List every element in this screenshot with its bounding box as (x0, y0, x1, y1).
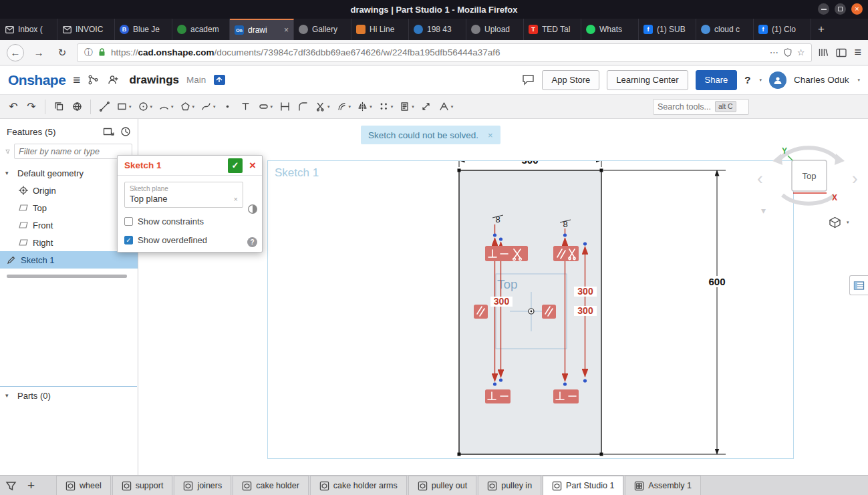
constraint-flag-perpendicular-horizontal-delete[interactable] (485, 246, 528, 261)
dialog-help-icon[interactable]: ? (247, 237, 257, 247)
circle-tool[interactable]: ▾ (136, 98, 155, 116)
tab-filter-icon[interactable] (5, 481, 17, 491)
document-status-icon[interactable] (213, 74, 226, 86)
document-menu-icon[interactable]: ≡ (73, 73, 80, 88)
rotate-left-icon[interactable]: ‹ (757, 168, 763, 188)
view-cube[interactable]: ‹ › Top Y X ▾ (752, 127, 865, 218)
constraint-flag-parallel-delete[interactable] (553, 246, 579, 261)
view-options-caret-icon[interactable]: ▾ (761, 205, 766, 216)
tab-inbox[interactable]: Inbox ( (0, 19, 57, 40)
tab-assembly-1[interactable]: Assembly 1 (625, 476, 701, 495)
insert-new-tab-button[interactable]: + (27, 478, 35, 493)
tab-blue-jeans[interactable]: B Blue Je (115, 19, 172, 40)
dimension-tool[interactable] (277, 98, 293, 116)
offset-tool[interactable]: ▾ (334, 98, 353, 116)
pocket-shield-icon[interactable] (784, 48, 792, 57)
conflict-badge-label[interactable]: 8 (563, 219, 567, 229)
url-bar[interactable]: ⓘ https://cad.onshape.com/documents/7398… (77, 43, 812, 62)
pattern-tool[interactable]: ▾ (376, 98, 396, 116)
polygon-tool-caret-icon[interactable]: ▾ (192, 104, 195, 110)
comments-icon[interactable] (522, 74, 535, 86)
share-button[interactable]: Share (696, 70, 738, 90)
hamburger-menu-icon[interactable]: ≡ (854, 45, 861, 59)
back-button[interactable]: ← (7, 44, 24, 61)
filter-funnel-icon[interactable] (5, 147, 10, 156)
rectangle-tool[interactable]: ▾ (114, 98, 134, 116)
measure-tool[interactable]: ▾ (436, 98, 456, 116)
tab-support[interactable]: support (112, 476, 173, 495)
circle-tool-caret-icon[interactable]: ▾ (150, 104, 153, 110)
line-tool[interactable] (96, 98, 112, 116)
parts-group-header[interactable]: ▾ Parts (0) (0, 387, 137, 404)
constraint-flag-perpendicular-horizontal[interactable] (553, 389, 579, 403)
help-button[interactable]: ? (744, 74, 750, 86)
forward-button[interactable]: → (30, 44, 47, 61)
warning-close-icon[interactable]: × (488, 130, 493, 140)
arc-tool[interactable]: ▾ (156, 98, 176, 116)
minimize-button[interactable] (818, 3, 829, 15)
copy-tool[interactable] (51, 98, 67, 116)
import-image-tool[interactable] (69, 98, 85, 116)
dialog-accept-button[interactable]: ✓ (228, 158, 243, 173)
show-overdefined-checkbox[interactable]: ✓ (124, 236, 133, 244)
tab-pulley-in[interactable]: pulley in (478, 476, 541, 495)
dimensions-panel-toggle[interactable] (849, 275, 868, 295)
expander-icon[interactable]: ▾ (5, 392, 13, 399)
avatar[interactable] (769, 71, 786, 89)
conflict-badge-label[interactable]: 8 (495, 214, 500, 224)
versions-icon[interactable] (88, 74, 100, 86)
refresh-button[interactable]: ↻ (53, 44, 71, 61)
width-dimension[interactable]: 300 (459, 161, 601, 167)
history-icon[interactable] (120, 126, 131, 137)
tab-invoice[interactable]: INVOIC (57, 19, 115, 40)
tab-gallery[interactable]: Gallery (294, 19, 351, 40)
view-cube-face-label[interactable]: Top (803, 171, 817, 181)
bookmark-star-icon[interactable]: ☆ (797, 47, 805, 57)
trim-tool[interactable]: ▾ (313, 98, 332, 116)
tab-wheel[interactable]: wheel (56, 476, 111, 495)
spline-tool[interactable]: ▾ (198, 98, 218, 116)
plane-selector-icon[interactable] (247, 204, 258, 217)
close-button[interactable]: × (851, 3, 863, 15)
origin-point[interactable] (529, 309, 534, 314)
tab-cake-holder[interactable]: cake holder (233, 476, 309, 495)
rotate-right-icon[interactable]: › (852, 168, 858, 188)
page-actions-icon[interactable]: ⋯ (770, 47, 778, 57)
user-menu[interactable]: Charles Oduk (794, 75, 849, 85)
collaborators-icon[interactable] (107, 74, 119, 86)
expander-icon[interactable]: ▾ (5, 170, 13, 176)
feature-filter-input[interactable] (14, 144, 132, 159)
new-browser-tab-button[interactable]: + (811, 19, 831, 40)
text-tool[interactable] (238, 98, 254, 116)
spline-tool-caret-icon[interactable]: ▾ (213, 104, 216, 110)
show-overdefined-row[interactable]: ✓ Show overdefined (124, 235, 255, 245)
height-dimension-label[interactable]: 600 (708, 276, 725, 287)
overdefined-dim-label[interactable]: 300 (577, 286, 593, 297)
constraint-flag-parallel[interactable] (474, 305, 488, 319)
constraint-flag-perpendicular-horizontal[interactable] (485, 389, 511, 403)
insert-feature-icon[interactable] (103, 127, 114, 137)
panel-scrollbar[interactable] (7, 275, 127, 278)
trim-tool-caret-icon[interactable]: ▾ (327, 104, 330, 110)
tab-whatsapp[interactable]: Whats (581, 19, 639, 40)
tab-part-studio-1-active[interactable]: Part Studio 1 (543, 476, 623, 495)
fit-view-tool[interactable] (418, 98, 434, 116)
sketch-canvas[interactable]: 300 600 Top (268, 161, 793, 458)
learning-center-button[interactable]: Learning Center (607, 70, 688, 90)
tab-close-icon[interactable]: × (284, 25, 289, 35)
width-dimension-label[interactable]: 300 (521, 161, 538, 166)
dxf-import-tool[interactable]: ▾ (397, 98, 416, 116)
tab-joiners[interactable]: joiners (174, 476, 231, 495)
tab-cake-holder-arms[interactable]: cake holder arms (310, 476, 407, 495)
view-mode-menu[interactable]: ▾ (829, 216, 849, 228)
tab-ted[interactable]: T TED Tal (524, 19, 581, 40)
show-constraints-checkbox[interactable] (124, 217, 133, 226)
onshape-logo[interactable]: Onshape (8, 72, 65, 88)
polygon-tool[interactable]: ▾ (178, 98, 197, 116)
undo-button[interactable]: ↶ (5, 98, 21, 116)
pattern-tool-caret-icon[interactable]: ▾ (391, 104, 394, 110)
overdefined-dim-label[interactable]: 300 (577, 305, 593, 316)
arc-tool-caret-icon[interactable]: ▾ (171, 104, 174, 110)
point-tool[interactable] (220, 98, 236, 116)
fillet-tool[interactable] (295, 98, 311, 116)
